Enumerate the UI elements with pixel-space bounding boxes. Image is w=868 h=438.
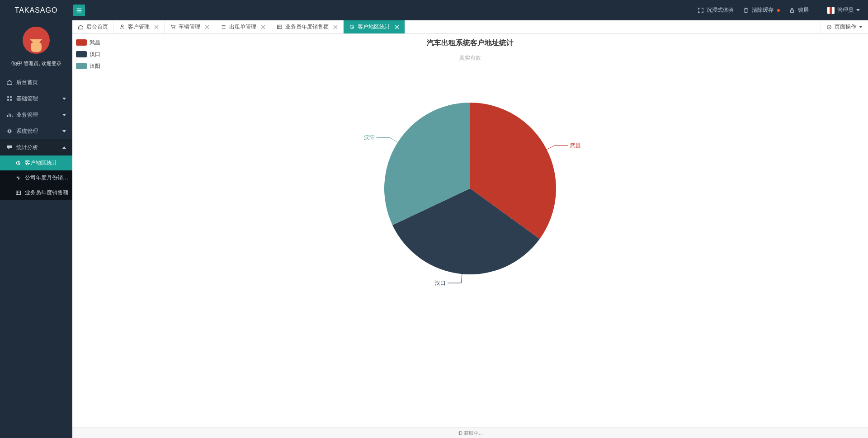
- svg-rect-11: [278, 25, 282, 28]
- page-ops-label: 页面操作: [835, 23, 856, 31]
- user-icon: [119, 24, 125, 30]
- nav-biz-label: 业务管理: [16, 111, 38, 119]
- lock-label: 锁屏: [798, 6, 809, 14]
- nav-stats[interactable]: 统计分析: [0, 139, 72, 155]
- lock-icon: [789, 7, 795, 14]
- close-icon[interactable]: [333, 25, 338, 29]
- svg-rect-1: [7, 96, 9, 98]
- tab-home-label: 后台首页: [86, 23, 108, 31]
- legend-label: 汉阳: [90, 62, 100, 70]
- tab-rental[interactable]: 出租单管理: [215, 20, 271, 33]
- close-icon[interactable]: [154, 25, 159, 29]
- clear-cache-label: 清除缓存: [752, 6, 774, 14]
- nav-biz-mgmt[interactable]: 业务管理: [0, 107, 72, 123]
- sub-monthly-sales[interactable]: 公司年度月份销…: [0, 170, 72, 185]
- tab-vehicle[interactable]: 车辆管理: [165, 20, 215, 33]
- nav-sys-mgmt[interactable]: 系统管理: [0, 123, 72, 139]
- nav-stats-label: 统计分析: [16, 144, 38, 151]
- svg-point-14: [829, 26, 830, 28]
- immersive-label: 沉浸式体验: [707, 6, 734, 14]
- sub-sales-label: 业务员年度销售额: [25, 189, 68, 197]
- user-avatar: [23, 27, 50, 54]
- chart-subtitle: 真实有效: [72, 54, 868, 62]
- tab-region[interactable]: 客户地区统计: [344, 20, 405, 33]
- chevron-down-icon: [856, 9, 860, 11]
- home-icon: [78, 24, 84, 30]
- legend-swatch: [76, 39, 87, 46]
- gear-icon: [6, 128, 13, 134]
- tab-sales-label: 业务员年度销售额: [285, 23, 329, 31]
- bars-icon: [6, 112, 13, 118]
- page-ops-menu[interactable]: 页面操作: [821, 20, 868, 33]
- legend-label: 汉口: [90, 51, 100, 58]
- lock-button[interactable]: 锁屏: [789, 6, 809, 14]
- chevron-down-icon: [859, 26, 863, 28]
- close-icon[interactable]: [395, 25, 399, 29]
- pie-label: 汉阳: [364, 134, 375, 141]
- tab-customer[interactable]: 客户管理: [114, 20, 165, 33]
- pie-icon: [349, 24, 355, 30]
- nav-basic-mgmt[interactable]: 基础管理: [0, 90, 72, 107]
- grid-icon: [6, 95, 13, 102]
- admin-label: 管理员: [837, 6, 854, 14]
- svg-rect-7: [16, 191, 21, 194]
- pulse-icon: [15, 175, 21, 181]
- table-icon: [277, 24, 283, 30]
- chevron-down-icon: [62, 114, 66, 116]
- footer-status: :D 获取中...: [72, 427, 868, 438]
- legend-swatch: [76, 51, 87, 57]
- tab-sales[interactable]: 业务员年度销售额: [271, 20, 344, 33]
- tab-home[interactable]: 后台首页: [72, 20, 114, 33]
- notification-dot-icon: [777, 9, 780, 12]
- immersive-button[interactable]: 沉浸式体验: [698, 6, 734, 14]
- home-icon: [6, 79, 13, 85]
- chevron-down-icon: [62, 130, 66, 132]
- chevron-up-icon: [62, 146, 66, 149]
- chart-title: 汽车出租系统客户地址统计: [72, 38, 868, 48]
- list-icon: [221, 24, 226, 30]
- svg-rect-4: [10, 99, 12, 101]
- legend-item[interactable]: 汉口: [76, 48, 100, 60]
- sub-cust-region[interactable]: 客户地区统计: [0, 155, 72, 170]
- hamburger-icon: [76, 7, 82, 14]
- pie-label: 汉口: [435, 280, 446, 286]
- sub-region-label: 客户地区统计: [25, 159, 57, 167]
- admin-menu[interactable]: 管理员: [827, 6, 860, 14]
- tab-rental-label: 出租单管理: [229, 23, 256, 31]
- svg-point-10: [174, 28, 175, 29]
- pie-icon: [15, 160, 21, 166]
- svg-point-5: [8, 130, 10, 132]
- legend-item[interactable]: 武昌: [76, 37, 100, 48]
- svg-rect-3: [7, 99, 9, 101]
- chevron-down-icon: [62, 98, 66, 100]
- nav-basic-label: 基础管理: [16, 95, 38, 103]
- chart-legend: 武昌汉口汉阳: [76, 37, 100, 72]
- nav-home-label: 后台首页: [16, 79, 38, 86]
- nav-home[interactable]: 后台首页: [0, 74, 72, 90]
- fullscreen-icon: [698, 7, 704, 14]
- tab-region-label: 客户地区统计: [358, 23, 390, 31]
- table-icon: [15, 190, 21, 196]
- welcome-text: 你好! 管理员, 欢迎登录: [0, 60, 72, 67]
- svg-rect-2: [10, 96, 12, 98]
- sub-monthly-label: 公司年度月份销…: [25, 174, 68, 182]
- close-icon[interactable]: [205, 25, 209, 29]
- admin-avatar-icon: [827, 7, 835, 14]
- sub-sales-rep[interactable]: 业务员年度销售额: [0, 185, 72, 200]
- svg-point-8: [121, 25, 123, 27]
- clear-cache-button[interactable]: 清除缓存: [743, 6, 780, 14]
- target-icon: [826, 24, 832, 30]
- brand-logo: TAKASAGO: [0, 6, 72, 14]
- legend-swatch: [76, 63, 87, 69]
- svg-rect-0: [791, 10, 794, 12]
- svg-point-9: [172, 28, 173, 29]
- trash-icon: [743, 7, 749, 14]
- close-icon[interactable]: [261, 25, 265, 29]
- nav-sys-label: 系统管理: [16, 127, 38, 135]
- cart-icon: [170, 24, 176, 30]
- legend-item[interactable]: 汉阳: [76, 60, 100, 72]
- chat-icon: [6, 144, 13, 151]
- tab-vehicle-label: 车辆管理: [179, 23, 200, 31]
- menu-toggle[interactable]: [73, 5, 85, 16]
- pie-label: 武昌: [570, 142, 581, 149]
